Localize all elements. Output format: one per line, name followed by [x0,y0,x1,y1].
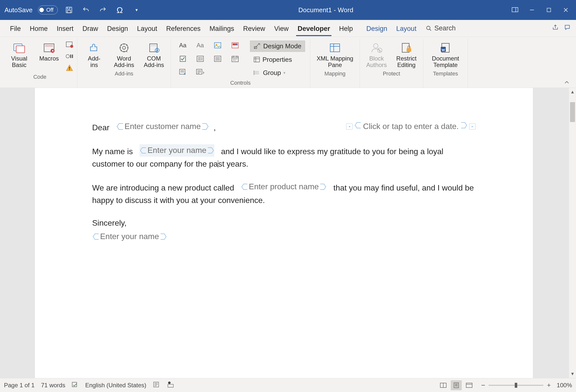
search-icon [426,25,432,31]
repeating-control-icon[interactable] [176,67,190,77]
properties-button[interactable]: Properties [250,54,305,65]
comments-icon[interactable] [564,24,571,32]
cc-prev-icon[interactable]: ◂ [346,124,353,130]
zoom-slider[interactable] [489,385,543,386]
datepicker-control-icon[interactable] [228,54,242,64]
svg-rect-1 [67,10,70,13]
vertical-scrollbar[interactable]: ▲ ▼ [569,88,576,378]
picture-control-icon[interactable] [211,40,225,50]
paragraph-signoff: Sincerely, Enter your name [92,217,476,244]
cc-open-bracket-icon [92,233,100,240]
tab-layout[interactable]: Layout [132,21,162,35]
qat-customize-icon[interactable]: ▾ [131,4,142,15]
search-label: Search [434,24,456,32]
tab-developer[interactable]: Developer [293,21,335,35]
title-bar: AutoSave Off Ω ▾ Document1 - Word [0,0,576,20]
cc-close-bracket-icon [201,123,209,130]
spellcheck-icon[interactable] [72,382,79,389]
block-authors-button[interactable]: Block Authors [363,40,390,69]
group-templates-label: Templates [433,70,458,77]
buildingblock-control-icon[interactable] [228,40,242,50]
zoom-knob[interactable] [515,383,517,388]
status-language[interactable]: English (United States) [85,382,146,389]
design-mode-button[interactable]: Design Mode [250,41,305,52]
svg-point-12 [66,55,69,58]
group-button[interactable]: Group ▾ [250,67,305,78]
content-control-product-name[interactable]: Enter product name [241,181,327,193]
status-page[interactable]: Page 1 of 1 [4,382,35,389]
tab-file[interactable]: File [5,21,25,35]
visual-basic-button[interactable]: Visual Basic [6,40,32,69]
checkbox-control-icon[interactable] [176,54,190,64]
scroll-up-icon[interactable]: ▲ [570,89,575,95]
cc-next-icon[interactable]: ▸ [469,124,476,130]
tab-contextual-design[interactable]: Design [362,21,392,35]
zoom-level[interactable]: 100% [557,382,572,389]
content-control-customer-name[interactable]: Enter customer name [116,120,209,133]
macro-indicator-icon[interactable] [167,381,174,390]
xml-mapping-button[interactable]: XML Mapping Pane [314,40,356,69]
view-buttons [438,380,475,390]
print-layout-icon[interactable] [451,380,462,390]
minimize-icon[interactable] [526,4,538,15]
pause-macro-icon[interactable] [66,53,74,60]
group-protect: Block Authors Restrict Editing Protect [360,39,423,88]
scroll-thumb[interactable] [570,102,575,122]
cc-signature-placeholder: Enter your name [100,230,160,243]
properties-label: Properties [262,56,292,64]
content-control-your-name[interactable]: Enter your name [139,144,214,157]
combobox-control-icon[interactable] [193,54,207,64]
autosave-state: Off [46,7,54,13]
save-icon[interactable] [63,4,75,15]
ribbon-display-icon[interactable] [509,4,521,15]
tab-insert[interactable]: Insert [52,21,78,35]
restrict-editing-button[interactable]: Restrict Editing [393,40,420,69]
web-layout-icon[interactable] [464,380,475,390]
undo-icon[interactable] [80,4,92,15]
document-page[interactable]: Dear Enter customer name , ◂ Click or ta… [35,88,533,378]
addins-label: Add- ins [88,55,101,68]
zoom-in-button[interactable]: + [547,381,551,389]
svg-rect-2 [512,7,518,12]
group-controls: Aa Aa Design Mode [171,39,310,88]
document-template-button[interactable]: Document Template [427,40,464,69]
content-control-date[interactable]: ◂ Click or tap to enter a date. ▸ [346,120,476,133]
autosave-toggle[interactable]: Off [38,5,58,14]
legacy-tools-icon[interactable] [193,67,207,77]
tab-references[interactable]: References [162,21,205,35]
tab-help[interactable]: Help [334,21,357,35]
content-control-signature-name[interactable]: Enter your name [92,230,167,243]
status-wordcount[interactable]: 71 words [41,382,65,389]
tab-review[interactable]: Review [239,21,270,35]
tab-contextual-layout[interactable]: Layout [392,21,421,35]
tab-draw[interactable]: Draw [78,21,103,35]
plaintext-control-icon[interactable]: Aa [193,40,207,50]
com-addins-button[interactable]: COM Add-ins [141,40,167,69]
macros-button[interactable]: Macros [36,40,62,62]
tab-mailings[interactable]: Mailings [205,21,239,35]
titlebar-left: AutoSave Off Ω ▾ [4,4,142,15]
richtext-control-icon[interactable]: Aa [176,40,190,50]
macro-security-icon[interactable] [66,64,74,72]
zoom-out-button[interactable]: − [481,381,485,389]
svg-point-11 [70,45,73,48]
tab-home[interactable]: Home [25,21,52,35]
dropdown-control-icon[interactable] [211,54,225,64]
read-mode-icon[interactable] [438,380,449,390]
share-icon[interactable] [552,24,559,32]
maximize-icon[interactable] [543,4,555,15]
tab-design[interactable]: Design [103,21,132,35]
search-box[interactable]: Search [426,24,456,32]
collapse-ribbon-icon[interactable] [560,39,574,88]
tab-view[interactable]: View [270,21,293,35]
omega-icon[interactable]: Ω [114,4,126,15]
word-addins-button[interactable]: Word Add-ins [111,40,137,69]
scroll-down-icon[interactable]: ▼ [570,371,575,377]
com-addins-icon [147,42,161,54]
svg-rect-23 [214,43,221,48]
close-icon[interactable] [560,4,572,15]
record-macro-icon[interactable] [66,41,74,49]
redo-icon[interactable] [97,4,109,15]
addins-button[interactable]: Add- ins [81,40,107,69]
accessibility-icon[interactable] [153,381,159,389]
